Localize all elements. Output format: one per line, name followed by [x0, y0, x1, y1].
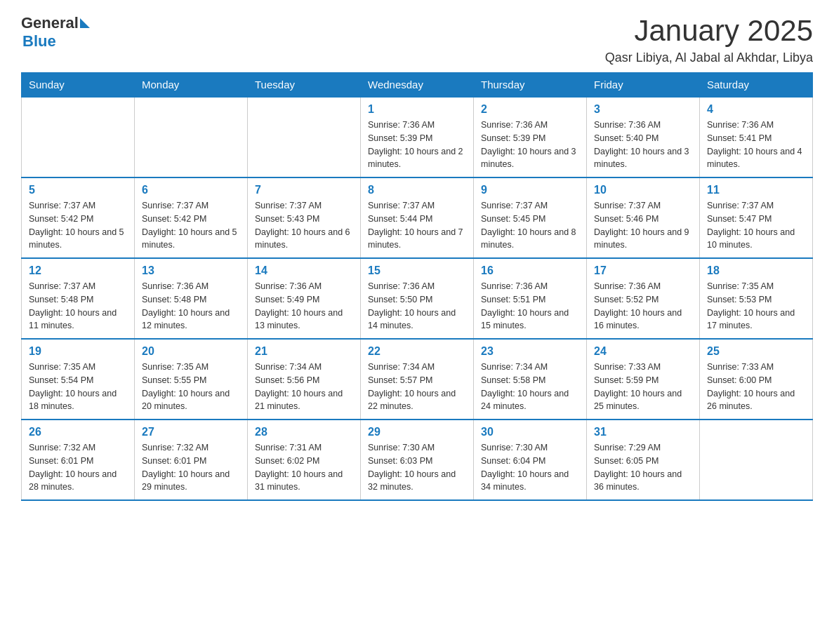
day-number: 28	[255, 426, 353, 438]
day-number: 3	[594, 103, 692, 116]
calendar-week-2: 5Sunrise: 7:37 AM Sunset: 5:42 PM Daylig…	[22, 177, 813, 258]
day-info: Sunrise: 7:31 AM Sunset: 6:02 PM Dayligh…	[255, 441, 353, 494]
day-number: 4	[707, 103, 805, 116]
col-saturday: Saturday	[700, 73, 813, 98]
day-info: Sunrise: 7:29 AM Sunset: 6:05 PM Dayligh…	[594, 441, 692, 494]
calendar-cell-w2-d2: 6Sunrise: 7:37 AM Sunset: 5:42 PM Daylig…	[135, 177, 248, 258]
day-number: 20	[142, 345, 240, 358]
day-info: Sunrise: 7:37 AM Sunset: 5:44 PM Dayligh…	[368, 199, 466, 252]
day-number: 26	[29, 426, 127, 438]
day-number: 8	[368, 184, 466, 196]
day-number: 9	[481, 184, 579, 196]
day-info: Sunrise: 7:36 AM Sunset: 5:41 PM Dayligh…	[707, 119, 805, 171]
calendar-cell-w2-d4: 8Sunrise: 7:37 AM Sunset: 5:44 PM Daylig…	[361, 177, 474, 258]
day-info: Sunrise: 7:36 AM Sunset: 5:52 PM Dayligh…	[594, 280, 692, 333]
calendar-cell-w3-d3: 14Sunrise: 7:36 AM Sunset: 5:49 PM Dayli…	[248, 258, 361, 339]
calendar-cell-w4-d2: 20Sunrise: 7:35 AM Sunset: 5:55 PM Dayli…	[135, 339, 248, 420]
day-info: Sunrise: 7:33 AM Sunset: 5:59 PM Dayligh…	[594, 361, 692, 413]
day-number: 18	[707, 264, 805, 277]
day-number: 13	[142, 264, 240, 277]
day-info: Sunrise: 7:35 AM Sunset: 5:54 PM Dayligh…	[29, 361, 127, 413]
day-info: Sunrise: 7:36 AM Sunset: 5:39 PM Dayligh…	[481, 119, 579, 171]
day-number: 16	[481, 264, 579, 277]
day-number: 22	[368, 345, 466, 358]
calendar-cell-w4-d3: 21Sunrise: 7:34 AM Sunset: 5:56 PM Dayli…	[248, 339, 361, 420]
calendar-cell-w4-d6: 24Sunrise: 7:33 AM Sunset: 5:59 PM Dayli…	[587, 339, 700, 420]
day-info: Sunrise: 7:34 AM Sunset: 5:58 PM Dayligh…	[481, 361, 579, 413]
col-sunday: Sunday	[22, 73, 135, 98]
calendar-cell-w1-d1	[22, 97, 135, 177]
day-info: Sunrise: 7:35 AM Sunset: 5:55 PM Dayligh…	[142, 361, 240, 413]
day-info: Sunrise: 7:37 AM Sunset: 5:42 PM Dayligh…	[29, 199, 127, 252]
day-info: Sunrise: 7:33 AM Sunset: 6:00 PM Dayligh…	[707, 361, 805, 413]
calendar-cell-w5-d5: 30Sunrise: 7:30 AM Sunset: 6:04 PM Dayli…	[474, 420, 587, 500]
day-info: Sunrise: 7:37 AM Sunset: 5:43 PM Dayligh…	[255, 199, 353, 252]
day-number: 27	[142, 426, 240, 438]
day-info: Sunrise: 7:37 AM Sunset: 5:42 PM Dayligh…	[142, 199, 240, 252]
day-number: 29	[368, 426, 466, 438]
logo: General Blue	[21, 14, 90, 51]
day-info: Sunrise: 7:37 AM Sunset: 5:48 PM Dayligh…	[29, 280, 127, 333]
col-friday: Friday	[587, 73, 700, 98]
day-info: Sunrise: 7:36 AM Sunset: 5:51 PM Dayligh…	[481, 280, 579, 333]
calendar-cell-w1-d2	[135, 97, 248, 177]
day-info: Sunrise: 7:37 AM Sunset: 5:46 PM Dayligh…	[594, 199, 692, 252]
calendar-header-row: Sunday Monday Tuesday Wednesday Thursday…	[22, 73, 813, 98]
page: General Blue January 2025 Qasr Libiya, A…	[0, 0, 834, 515]
day-number: 7	[255, 184, 353, 196]
calendar-week-1: 1Sunrise: 7:36 AM Sunset: 5:39 PM Daylig…	[22, 97, 813, 177]
location-title: Qasr Libiya, Al Jabal al Akhdar, Libya	[605, 51, 813, 65]
col-wednesday: Wednesday	[361, 73, 474, 98]
calendar-cell-w2-d1: 5Sunrise: 7:37 AM Sunset: 5:42 PM Daylig…	[22, 177, 135, 258]
day-number: 17	[594, 264, 692, 277]
day-info: Sunrise: 7:36 AM Sunset: 5:40 PM Dayligh…	[594, 119, 692, 171]
title-area: January 2025 Qasr Libiya, Al Jabal al Ak…	[605, 14, 813, 65]
col-tuesday: Tuesday	[248, 73, 361, 98]
calendar-cell-w3-d1: 12Sunrise: 7:37 AM Sunset: 5:48 PM Dayli…	[22, 258, 135, 339]
calendar-week-3: 12Sunrise: 7:37 AM Sunset: 5:48 PM Dayli…	[22, 258, 813, 339]
calendar-cell-w1-d6: 3Sunrise: 7:36 AM Sunset: 5:40 PM Daylig…	[587, 97, 700, 177]
day-number: 14	[255, 264, 353, 277]
day-info: Sunrise: 7:36 AM Sunset: 5:50 PM Dayligh…	[368, 280, 466, 333]
calendar-cell-w1-d4: 1Sunrise: 7:36 AM Sunset: 5:39 PM Daylig…	[361, 97, 474, 177]
day-info: Sunrise: 7:37 AM Sunset: 5:45 PM Dayligh…	[481, 199, 579, 252]
day-number: 21	[255, 345, 353, 358]
day-number: 23	[481, 345, 579, 358]
day-info: Sunrise: 7:30 AM Sunset: 6:04 PM Dayligh…	[481, 441, 579, 494]
calendar-cell-w5-d7	[700, 420, 813, 500]
day-info: Sunrise: 7:36 AM Sunset: 5:49 PM Dayligh…	[255, 280, 353, 333]
day-info: Sunrise: 7:30 AM Sunset: 6:03 PM Dayligh…	[368, 441, 466, 494]
day-info: Sunrise: 7:34 AM Sunset: 5:56 PM Dayligh…	[255, 361, 353, 413]
day-info: Sunrise: 7:34 AM Sunset: 5:57 PM Dayligh…	[368, 361, 466, 413]
day-info: Sunrise: 7:32 AM Sunset: 6:01 PM Dayligh…	[142, 441, 240, 494]
calendar-cell-w5-d4: 29Sunrise: 7:30 AM Sunset: 6:03 PM Dayli…	[361, 420, 474, 500]
calendar-cell-w4-d7: 25Sunrise: 7:33 AM Sunset: 6:00 PM Dayli…	[700, 339, 813, 420]
calendar-cell-w3-d5: 16Sunrise: 7:36 AM Sunset: 5:51 PM Dayli…	[474, 258, 587, 339]
logo-triangle-icon	[80, 18, 90, 28]
calendar-cell-w5-d2: 27Sunrise: 7:32 AM Sunset: 6:01 PM Dayli…	[135, 420, 248, 500]
day-number: 10	[594, 184, 692, 196]
calendar-cell-w1-d3	[248, 97, 361, 177]
day-number: 25	[707, 345, 805, 358]
calendar-cell-w2-d6: 10Sunrise: 7:37 AM Sunset: 5:46 PM Dayli…	[587, 177, 700, 258]
calendar-cell-w3-d4: 15Sunrise: 7:36 AM Sunset: 5:50 PM Dayli…	[361, 258, 474, 339]
calendar-week-4: 19Sunrise: 7:35 AM Sunset: 5:54 PM Dayli…	[22, 339, 813, 420]
day-number: 2	[481, 103, 579, 116]
day-number: 5	[29, 184, 127, 196]
calendar-cell-w4-d4: 22Sunrise: 7:34 AM Sunset: 5:57 PM Dayli…	[361, 339, 474, 420]
day-number: 11	[707, 184, 805, 196]
calendar-cell-w3-d6: 17Sunrise: 7:36 AM Sunset: 5:52 PM Dayli…	[587, 258, 700, 339]
month-title: January 2025	[605, 14, 813, 48]
calendar-cell-w5-d3: 28Sunrise: 7:31 AM Sunset: 6:02 PM Dayli…	[248, 420, 361, 500]
calendar-cell-w2-d3: 7Sunrise: 7:37 AM Sunset: 5:43 PM Daylig…	[248, 177, 361, 258]
day-number: 15	[368, 264, 466, 277]
calendar-cell-w4-d1: 19Sunrise: 7:35 AM Sunset: 5:54 PM Dayli…	[22, 339, 135, 420]
calendar-cell-w1-d5: 2Sunrise: 7:36 AM Sunset: 5:39 PM Daylig…	[474, 97, 587, 177]
day-number: 12	[29, 264, 127, 277]
logo-general-text: General	[21, 14, 79, 32]
day-number: 1	[368, 103, 466, 116]
col-thursday: Thursday	[474, 73, 587, 98]
calendar-cell-w4-d5: 23Sunrise: 7:34 AM Sunset: 5:58 PM Dayli…	[474, 339, 587, 420]
calendar-cell-w3-d2: 13Sunrise: 7:36 AM Sunset: 5:48 PM Dayli…	[135, 258, 248, 339]
calendar-cell-w2-d7: 11Sunrise: 7:37 AM Sunset: 5:47 PM Dayli…	[700, 177, 813, 258]
